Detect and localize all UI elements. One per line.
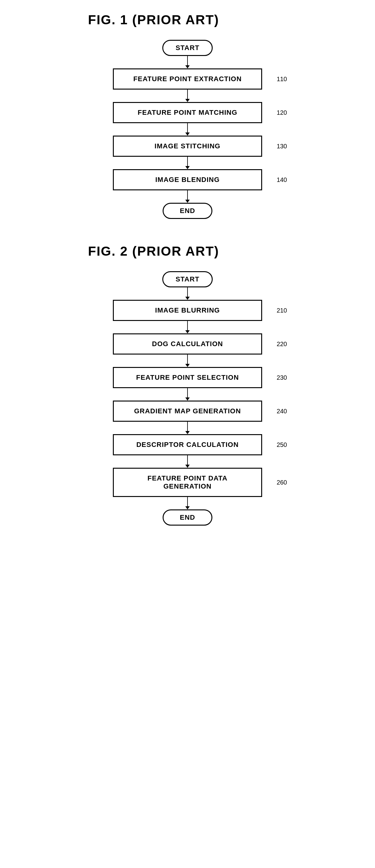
arrow-7 — [185, 321, 190, 333]
arrow-2 — [185, 90, 190, 102]
page-container: FIG. 1 (PRIOR ART) START FEATURE POINT E… — [79, 12, 296, 856]
fig2-node-210: IMAGE BLURRING — [113, 300, 262, 321]
fig2-node-210-wrapper: IMAGE BLURRING 210 — [113, 300, 262, 321]
fig2-node-260: FEATURE POINT DATA GENERATION — [113, 468, 262, 497]
arrow-10 — [185, 422, 190, 434]
fig1-node-110: FEATURE POINT EXTRACTION — [113, 68, 262, 90]
fig2-node-240: GRADIENT MAP GENERATION — [113, 401, 262, 422]
fig1-label-130: 130 — [277, 143, 287, 150]
fig1-end-node: END — [163, 203, 212, 219]
fig1-node-110-wrapper: FEATURE POINT EXTRACTION 110 — [113, 68, 262, 90]
arrow-11 — [185, 455, 190, 468]
fig2-label-220: 220 — [277, 341, 287, 348]
fig2-node-220-wrapper: DOG CALCULATION 220 — [113, 333, 262, 354]
fig2-title: FIG. 2 (PRIOR ART) — [88, 244, 219, 259]
arrow-4 — [185, 157, 190, 169]
arrow-6 — [185, 287, 190, 300]
fig2-node-230-wrapper: FEATURE POINT SELECTION 230 — [113, 367, 262, 388]
fig1-node-120: FEATURE POINT MATCHING — [113, 102, 262, 123]
fig2-label-240: 240 — [277, 408, 287, 415]
arrow-8 — [185, 354, 190, 367]
fig1-node-130: IMAGE STITCHING — [113, 135, 262, 157]
fig1-node-120-wrapper: FEATURE POINT MATCHING 120 — [113, 102, 262, 123]
arrow-12 — [185, 497, 190, 509]
arrow-5 — [185, 190, 190, 203]
fig2-node-250: DESCRIPTOR CALCULATION — [113, 434, 262, 455]
fig1-node-130-wrapper: IMAGE STITCHING 130 — [113, 135, 262, 157]
fig2-label-230: 230 — [277, 374, 287, 381]
fig1-label-120: 120 — [277, 109, 287, 116]
fig2-node-240-wrapper: GRADIENT MAP GENERATION 240 — [113, 401, 262, 422]
fig1-title: FIG. 1 (PRIOR ART) — [88, 12, 219, 27]
fig1-label-110: 110 — [277, 75, 287, 83]
fig2-node-220: DOG CALCULATION — [113, 333, 262, 354]
fig1-node-140: IMAGE BLENDING — [113, 169, 262, 190]
fig1-start-node: START — [162, 40, 213, 56]
arrow-9 — [185, 388, 190, 401]
fig1-flowchart: START FEATURE POINT EXTRACTION 110 FEATU… — [79, 40, 296, 219]
fig2-start-node: START — [162, 271, 213, 287]
arrow-3 — [185, 123, 190, 135]
fig2-node-260-wrapper: FEATURE POINT DATA GENERATION 260 — [113, 468, 262, 497]
fig1-label-140: 140 — [277, 176, 287, 184]
fig2-flowchart: START IMAGE BLURRING 210 DOG CALCULATION… — [79, 271, 296, 526]
fig2-node-230: FEATURE POINT SELECTION — [113, 367, 262, 388]
arrow-1 — [185, 56, 190, 68]
fig2-label-210: 210 — [277, 307, 287, 314]
fig2-label-260: 260 — [277, 479, 287, 486]
fig2-node-250-wrapper: DESCRIPTOR CALCULATION 250 — [113, 434, 262, 455]
fig2-end-node: END — [163, 509, 212, 526]
fig2-label-250: 250 — [277, 441, 287, 448]
fig1-node-140-wrapper: IMAGE BLENDING 140 — [113, 169, 262, 190]
